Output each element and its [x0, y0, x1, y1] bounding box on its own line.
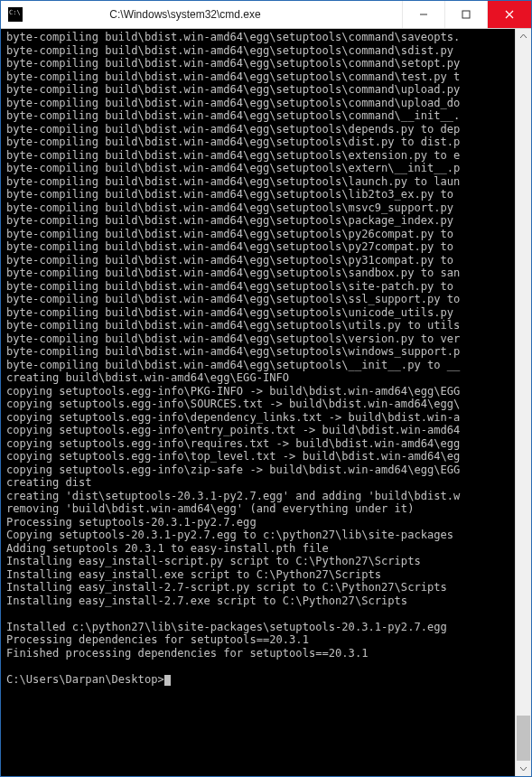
close-icon — [505, 10, 514, 19]
scroll-thumb[interactable] — [517, 716, 530, 761]
cmd-window: C:\Windows\system32\cmd.exe byte-compili… — [0, 0, 532, 777]
titlebar[interactable]: C:\Windows\system32\cmd.exe — [1, 1, 531, 29]
scroll-up-button[interactable] — [516, 29, 531, 44]
cmd-icon — [8, 7, 23, 22]
prompt-line: C:\Users\Darpan\Desktop> — [6, 673, 164, 686]
cursor — [164, 675, 171, 686]
window-controls — [402, 1, 531, 28]
maximize-icon — [462, 10, 471, 19]
terminal-output[interactable]: byte-compiling build\bdist.win-amd64\egg… — [1, 29, 515, 776]
minimize-icon — [419, 10, 428, 19]
svg-rect-1 — [462, 11, 470, 18]
close-button[interactable] — [487, 1, 531, 28]
terminal-area: byte-compiling build\bdist.win-amd64\egg… — [1, 29, 531, 776]
scroll-track[interactable] — [516, 44, 531, 761]
chevron-up-icon — [519, 33, 527, 41]
window-title: C:\Windows\system32\cmd.exe — [0, 8, 402, 21]
scroll-down-button[interactable] — [516, 761, 531, 776]
chevron-down-icon — [519, 764, 527, 772]
vertical-scrollbar[interactable] — [515, 29, 531, 776]
maximize-button[interactable] — [444, 1, 487, 28]
minimize-button[interactable] — [402, 1, 444, 28]
